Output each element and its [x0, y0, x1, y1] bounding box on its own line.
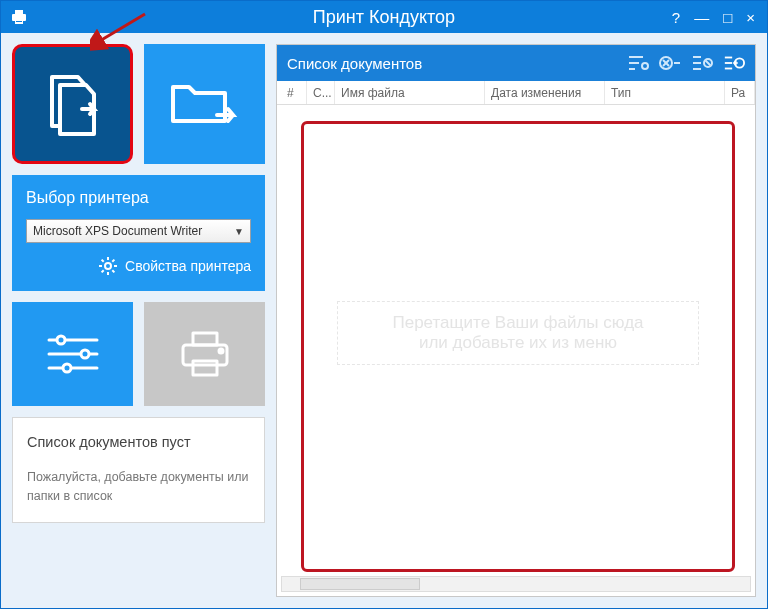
svg-point-16	[81, 350, 89, 358]
remove-all-icon[interactable]	[691, 52, 713, 74]
svg-point-18	[63, 364, 71, 372]
status-panel: Список документов пуст Пожалуйста, добав…	[12, 417, 265, 523]
printer-properties-label: Свойства принтера	[125, 258, 251, 274]
svg-rect-21	[193, 361, 217, 375]
titlebar: Принт Кондуктор ? — □ ×	[1, 1, 767, 33]
left-panel: Выбор принтера Microsoft XPS Document Wr…	[1, 33, 276, 608]
app-body: Выбор принтера Microsoft XPS Document Wr…	[1, 33, 767, 608]
col-number[interactable]: #	[281, 81, 307, 104]
remove-selected-icon[interactable]	[659, 52, 681, 74]
svg-rect-1	[15, 10, 23, 14]
col-type[interactable]: Тип	[605, 81, 725, 104]
col-date[interactable]: Дата изменения	[485, 81, 605, 104]
svg-rect-20	[193, 333, 217, 345]
maximize-button[interactable]: □	[723, 9, 732, 26]
main-tiles	[12, 44, 265, 164]
drop-hint: Перетащите Ваши файлы сюда или добавьте …	[337, 301, 699, 365]
document-list-panel: Список документов	[276, 44, 756, 597]
window-title: Принт Кондуктор	[313, 7, 455, 28]
drop-hint-line1: Перетащите Ваши файлы сюда	[392, 313, 643, 333]
svg-point-14	[57, 336, 65, 344]
app-window: Принт Кондуктор ? — □ ×	[0, 0, 768, 609]
printer-select[interactable]: Microsoft XPS Document Writer ▼	[26, 219, 251, 243]
print-tile[interactable]	[144, 302, 265, 406]
gear-icon	[99, 257, 117, 275]
select-all-icon[interactable]	[723, 52, 745, 74]
svg-line-9	[102, 260, 104, 262]
svg-rect-0	[12, 14, 26, 21]
minimize-button[interactable]: —	[694, 9, 709, 26]
app-icon	[9, 7, 29, 27]
document-list-toolbar	[627, 52, 745, 74]
printer-heading: Выбор принтера	[26, 189, 251, 207]
svg-point-4	[105, 263, 111, 269]
printer-selected-value: Microsoft XPS Document Writer	[33, 224, 202, 238]
col-name[interactable]: Имя файла	[335, 81, 485, 104]
svg-point-26	[642, 63, 648, 69]
svg-line-34	[706, 61, 711, 66]
scrollbar-thumb[interactable]	[300, 578, 420, 590]
drop-hint-line2: или добавьте их из меню	[419, 333, 617, 353]
filter-icon[interactable]	[627, 52, 649, 74]
help-button[interactable]: ?	[672, 9, 680, 26]
document-list-title: Список документов	[287, 55, 422, 72]
chevron-down-icon: ▼	[234, 226, 244, 237]
svg-point-22	[219, 349, 223, 353]
svg-rect-3	[16, 21, 22, 22]
add-documents-tile[interactable]	[12, 44, 133, 164]
horizontal-scrollbar[interactable]	[281, 576, 751, 592]
document-drop-area[interactable]: Перетащите Ваши файлы сюда или добавьте …	[277, 105, 755, 596]
col-status[interactable]: С...	[307, 81, 335, 104]
status-title: Список документов пуст	[27, 434, 250, 450]
printer-properties-link[interactable]: Свойства принтера	[26, 257, 251, 275]
printer-panel: Выбор принтера Microsoft XPS Document Wr…	[12, 175, 265, 291]
secondary-tiles	[12, 302, 265, 406]
svg-line-11	[102, 270, 104, 272]
add-folder-tile[interactable]	[144, 44, 265, 164]
right-panel: Список документов	[276, 33, 767, 608]
status-body: Пожалуйста, добавьте документы или папки…	[27, 468, 250, 506]
close-button[interactable]: ×	[746, 9, 755, 26]
column-headers: # С... Имя файла Дата изменения Тип Ра	[277, 81, 755, 105]
col-size[interactable]: Ра	[725, 81, 755, 104]
window-controls: ? — □ ×	[672, 9, 767, 26]
svg-line-10	[112, 270, 114, 272]
settings-tile[interactable]	[12, 302, 133, 406]
svg-line-12	[112, 260, 114, 262]
document-list-header: Список документов	[277, 45, 755, 81]
